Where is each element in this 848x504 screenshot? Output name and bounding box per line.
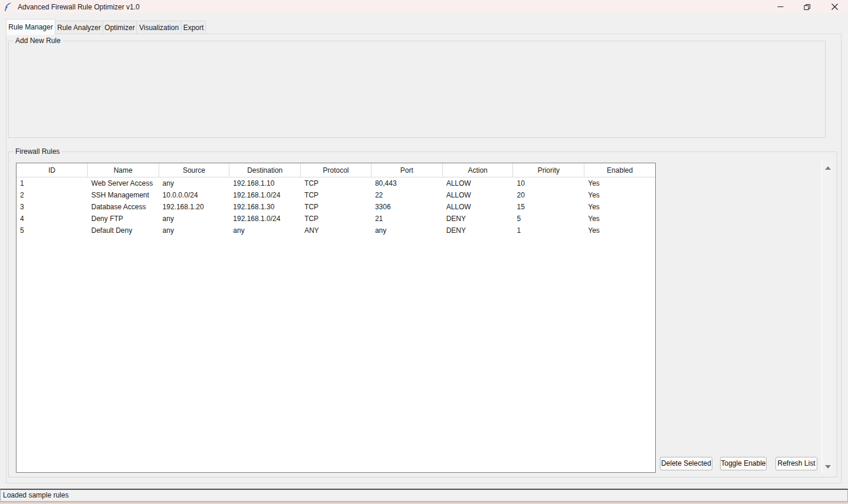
cell-action: DENY: [443, 213, 514, 225]
column-header-id[interactable]: ID: [17, 163, 88, 177]
cell-port: 3306: [372, 201, 443, 213]
tab-visualization[interactable]: Visualization: [136, 21, 182, 34]
cell-action: ALLOW: [443, 189, 514, 201]
column-header-name[interactable]: Name: [88, 163, 159, 177]
tab-export[interactable]: Export: [181, 21, 206, 34]
cell-protocol: TCP: [301, 201, 372, 213]
add-new-rule-frame: Add New Rule: [8, 41, 826, 138]
add-new-rule-legend: Add New Rule: [13, 37, 63, 45]
window-title: Advanced Firewall Rule Optimizer v1.0: [18, 3, 140, 11]
vertical-scrollbar[interactable]: [821, 161, 833, 474]
cell-id: 5: [17, 225, 88, 236]
cell-enabled: Yes: [584, 213, 655, 225]
cell-port: 80,443: [372, 177, 443, 189]
cell-name: Web Server Access: [88, 177, 159, 189]
table-row[interactable]: 1 Web Server Access any 192.168.1.10 TCP…: [17, 177, 655, 189]
cell-name: Deny FTP: [88, 213, 159, 225]
tk-feather-icon: [4, 2, 12, 12]
cell-id: 3: [17, 201, 88, 213]
cell-port: 21: [372, 213, 443, 225]
title-bar: Advanced Firewall Rule Optimizer v1.0: [0, 0, 848, 14]
cell-priority: 5: [513, 213, 584, 225]
cell-id: 4: [17, 213, 88, 225]
cell-protocol: TCP: [301, 189, 372, 201]
cell-source: 192.168.1.20: [159, 201, 230, 213]
scroll-up-icon[interactable]: [825, 166, 831, 170]
column-header-action[interactable]: Action: [443, 163, 514, 177]
close-icon: [831, 4, 838, 10]
cell-source: any: [159, 225, 230, 236]
cell-destination: 192.168.1.30: [229, 201, 301, 213]
cell-enabled: Yes: [584, 177, 655, 189]
table-row[interactable]: 5 Default Deny any any ANY any DENY 1 Ye…: [17, 225, 655, 236]
refresh-list-button[interactable]: Refresh List: [775, 457, 817, 470]
minimize-button[interactable]: [767, 0, 794, 14]
cell-enabled: Yes: [584, 225, 655, 236]
cell-destination: 192.168.1.10: [229, 177, 301, 189]
cell-name: SSH Management: [88, 189, 159, 201]
close-button[interactable]: [821, 0, 848, 14]
cell-id: 1: [17, 177, 88, 189]
column-header-port[interactable]: Port: [372, 163, 443, 177]
cell-priority: 15: [513, 201, 584, 213]
screen-edge-strip: [0, 502, 848, 504]
application-window: Advanced Firewall Rule Optimizer v1.0 Ru…: [0, 0, 848, 504]
status-text: Loaded sample rules: [3, 491, 68, 499]
table-row[interactable]: 4 Deny FTP any 192.168.1.0/24 TCP 21 DEN…: [17, 213, 655, 225]
cell-priority: 20: [513, 189, 584, 201]
firewall-rules-legend: Firewall Rules: [13, 147, 62, 156]
toggle-enable-button[interactable]: Toggle Enable: [720, 457, 767, 470]
cell-priority: 10: [513, 177, 584, 189]
cell-source: 10.0.0.0/24: [159, 189, 230, 201]
tab-optimizer[interactable]: Optimizer: [103, 21, 137, 34]
cell-protocol: ANY: [301, 225, 372, 236]
cell-protocol: TCP: [301, 177, 372, 189]
cell-priority: 1: [513, 225, 584, 236]
cell-protocol: TCP: [301, 213, 372, 225]
status-bar: Loaded sample rules: [0, 489, 848, 502]
firewall-rules-table: ID Name Source Destination Protocol Port…: [16, 163, 656, 473]
cell-port: 22: [372, 189, 443, 201]
cell-destination: 192.168.1.0/24: [229, 189, 301, 201]
cell-destination: any: [229, 225, 301, 236]
column-header-destination[interactable]: Destination: [229, 163, 301, 177]
column-header-enabled[interactable]: Enabled: [584, 163, 655, 177]
cell-enabled: Yes: [584, 189, 655, 201]
column-header-source[interactable]: Source: [159, 163, 230, 177]
cell-action: DENY: [443, 225, 514, 236]
cell-source: any: [159, 177, 230, 189]
cell-name: Database Access: [88, 201, 159, 213]
scroll-down-icon[interactable]: [825, 465, 831, 469]
tab-rule-analyzer[interactable]: Rule Analyzer: [55, 21, 103, 34]
tab-rule-manager[interactable]: Rule Manager: [6, 19, 55, 35]
cell-action: ALLOW: [443, 201, 514, 213]
column-header-protocol[interactable]: Protocol: [301, 163, 372, 177]
delete-selected-button[interactable]: Delete Selected: [660, 457, 712, 470]
cell-action: ALLOW: [443, 177, 514, 189]
minimize-icon: [777, 4, 784, 10]
table-row[interactable]: 2 SSH Management 10.0.0.0/24 192.168.1.0…: [17, 189, 655, 201]
maximize-restore-button[interactable]: [794, 0, 821, 14]
cell-name: Default Deny: [88, 225, 159, 236]
cell-port: any: [372, 225, 443, 236]
restore-icon: [804, 4, 811, 11]
cell-enabled: Yes: [584, 201, 655, 213]
column-header-priority[interactable]: Priority: [513, 163, 584, 177]
cell-destination: 192.168.1.0/24: [229, 213, 301, 225]
cell-source: any: [159, 213, 230, 225]
table-header-row: ID Name Source Destination Protocol Port…: [17, 163, 655, 177]
table-row[interactable]: 3 Database Access 192.168.1.20 192.168.1…: [17, 201, 655, 213]
cell-id: 2: [17, 189, 88, 201]
